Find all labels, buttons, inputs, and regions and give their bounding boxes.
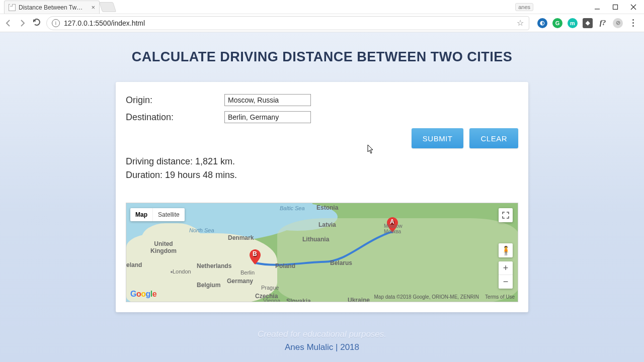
country-label: Latvia — [318, 221, 336, 228]
country-label: Belgium — [197, 282, 220, 289]
site-info-icon[interactable]: i — [52, 19, 60, 27]
address-bar[interactable]: i 127.0.0.1:5500/index.html ☆ — [46, 16, 529, 30]
zoom-in-button[interactable]: + — [499, 261, 513, 275]
country-label: Germany — [227, 278, 253, 285]
pegman-button[interactable]: 🧍 — [499, 243, 513, 257]
country-label: Poland — [275, 262, 295, 269]
extension-icon[interactable]: G — [552, 18, 562, 28]
reload-button[interactable] — [32, 18, 41, 29]
origin-label: Origin: — [126, 95, 224, 106]
extensions-area: ◐ G m ◆ f? ⊘ — [537, 18, 640, 28]
minimize-button[interactable] — [594, 4, 601, 11]
attribution-text: Map data ©2018 Google, ORION-ME, ZENRIN — [374, 294, 479, 300]
submit-button[interactable]: SUBMIT — [412, 128, 464, 148]
bookmark-star-icon[interactable]: ☆ — [517, 18, 524, 28]
profile-chip: anes — [515, 3, 533, 11]
fullscreen-button[interactable] — [499, 208, 513, 222]
close-window-button[interactable] — [630, 4, 637, 11]
extension-icon[interactable]: f? — [598, 18, 608, 28]
back-button[interactable] — [4, 19, 13, 28]
mouse-cursor — [367, 144, 374, 154]
country-label: Ukraine — [348, 297, 370, 302]
origin-input[interactable] — [224, 94, 311, 106]
tab-close-icon[interactable]: × — [91, 4, 95, 11]
city-label: Berlin — [240, 269, 255, 276]
page-viewport: CALCULATE DRIVING DISTANCE BETWEEN TWO C… — [0, 32, 644, 362]
country-label: Lithuania — [302, 236, 329, 243]
maximize-button[interactable] — [612, 4, 619, 11]
toolbar: i 127.0.0.1:5500/index.html ☆ ◐ G m ◆ f?… — [0, 14, 644, 32]
map-type-toggle[interactable]: Map Satellite — [130, 208, 185, 221]
sea-label: Baltic Sea — [280, 205, 305, 211]
page-footer: Created for educational purposes. Anes M… — [0, 329, 644, 352]
country-label: United Kingdom — [150, 240, 177, 254]
country-label: eland — [126, 261, 142, 268]
map-marker-b[interactable]: B — [250, 249, 261, 264]
country-label: Estonia — [316, 204, 338, 211]
clear-button[interactable]: CLEAR — [469, 128, 518, 148]
extension-icon[interactable]: ⊘ — [613, 18, 623, 28]
map-attribution: Map data ©2018 Google, ORION-ME, ZENRIN … — [374, 294, 515, 300]
country-label: Netherlands — [197, 262, 231, 269]
main-card: Origin: Destination: SUBMIT CLEAR Drivin… — [116, 82, 528, 312]
destination-input[interactable] — [224, 111, 311, 123]
city-label: Moscow Москва — [384, 223, 403, 234]
file-icon — [9, 4, 16, 11]
marker-b-label: B — [253, 250, 257, 257]
city-label: Prague — [261, 285, 279, 291]
map[interactable]: A B Baltic Sea North Sea Estonia Latvia … — [126, 203, 518, 302]
url-text: 127.0.0.1:5500/index.html — [64, 19, 145, 27]
map-type-satellite[interactable]: Satellite — [153, 208, 185, 221]
svg-rect-1 — [613, 5, 618, 9]
zoom-controls: + − — [499, 261, 513, 289]
page-heading: CALCULATE DRIVING DISTANCE BETWEEN TWO C… — [0, 49, 644, 65]
sea-label: North Sea — [189, 227, 214, 233]
distance-result: Driving distance: 1,821 km. — [126, 156, 518, 167]
footer-subtitle: Created for educational purposes. — [0, 329, 644, 339]
map-type-map[interactable]: Map — [130, 208, 153, 221]
destination-label: Destination: — [126, 112, 224, 123]
footer-credit: Anes Mulalic | 2018 — [0, 342, 644, 352]
terms-link[interactable]: Terms of Use — [485, 294, 515, 300]
city-label: London — [173, 268, 191, 275]
browser-tab[interactable]: Distance Between Two C × — [4, 1, 100, 14]
extension-icon[interactable]: m — [568, 18, 578, 28]
zoom-out-button[interactable]: − — [499, 275, 513, 289]
tab-title: Distance Between Two C — [19, 4, 84, 11]
browser-menu-button[interactable] — [628, 19, 638, 27]
extension-icon[interactable]: ◐ — [537, 18, 547, 28]
city-label: Vienna — [263, 298, 280, 302]
country-label: Denmark — [228, 234, 254, 241]
google-logo: Google — [130, 290, 156, 299]
country-label: Slovakia — [286, 298, 311, 302]
forward-button[interactable] — [18, 19, 27, 28]
extension-icon[interactable]: ◆ — [583, 18, 593, 28]
country-label: Belarus — [330, 259, 352, 266]
duration-result: Duration: 19 hours 48 mins. — [126, 170, 518, 180]
